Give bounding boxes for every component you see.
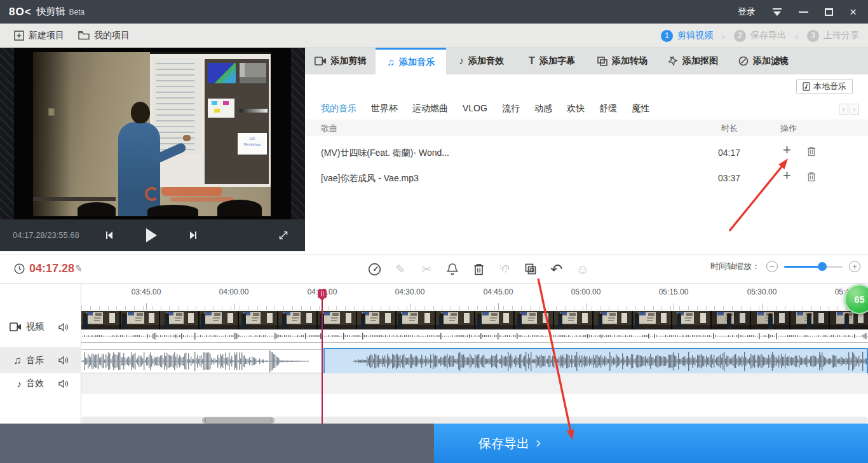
undo-icon[interactable]: ↶ bbox=[550, 261, 564, 277]
sfx-track-empty[interactable] bbox=[81, 373, 868, 394]
add-song-button[interactable]: + bbox=[783, 167, 791, 184]
login-button[interactable]: 登录 bbox=[738, 6, 756, 18]
tab-add-subtitle[interactable]: T 添加字幕 bbox=[517, 48, 587, 74]
timeline-scrollbar-thumb[interactable] bbox=[202, 417, 275, 424]
transition-icon bbox=[597, 57, 607, 66]
minimize-button[interactable] bbox=[799, 11, 808, 13]
category-vlog[interactable]: VLOG bbox=[463, 103, 487, 114]
music-clip-2-selected[interactable] bbox=[323, 348, 868, 375]
category-world-cup[interactable]: 世界杯 bbox=[371, 103, 398, 114]
unlink-icon[interactable] bbox=[498, 261, 512, 277]
zoom-out-icon[interactable]: − bbox=[766, 261, 778, 272]
bell-marker-icon[interactable] bbox=[445, 261, 459, 277]
workflow-steps: 1 剪辑视频 › 2 保存导出 › 3 上传分享 bbox=[661, 24, 859, 48]
tab-add-clip[interactable]: 添加剪辑 bbox=[305, 48, 376, 74]
edit-pencil-icon[interactable]: ✎ bbox=[393, 261, 407, 277]
song-name: [vae]你若成风 - Vae.mp3 bbox=[321, 173, 419, 184]
music-note-icon: ♫ bbox=[0, 355, 22, 366]
keying-icon bbox=[668, 56, 678, 66]
video-content: UGWorkshop bbox=[33, 52, 271, 216]
category-magic[interactable]: 魔性 bbox=[632, 103, 649, 114]
song-name: (MV)廿四味(Feat. 衛蘭)- Wond... bbox=[321, 148, 449, 159]
my-projects-button[interactable]: 我的项目 bbox=[78, 30, 130, 41]
add-song-button[interactable]: + bbox=[783, 142, 791, 158]
pager-next-icon[interactable]: › bbox=[850, 104, 859, 115]
local-music-button[interactable]: 本地音乐 bbox=[796, 79, 853, 94]
timeline-ruler[interactable]: 03:45.00 04:00.00 04:15.00 04:30.00 04:4… bbox=[81, 284, 868, 310]
tab-add-filter[interactable]: 添加滤镜 bbox=[728, 48, 799, 74]
mute-video-icon[interactable] bbox=[58, 322, 69, 332]
category-pop[interactable]: 流行 bbox=[502, 103, 520, 114]
next-frame-button[interactable] bbox=[184, 227, 202, 244]
category-sport[interactable]: 运动燃曲 bbox=[412, 103, 448, 114]
music-track-label: ♫ 音乐 bbox=[0, 347, 81, 373]
music-note-icon: ♫ bbox=[387, 57, 395, 67]
asset-panel: 添加剪辑 ♫ 添加音乐 ♪ 添加音效 T 添加字幕 添加转场 添加抠图 bbox=[305, 48, 868, 254]
tab-add-transition[interactable]: 添加转场 bbox=[587, 48, 658, 74]
trash-icon bbox=[807, 146, 816, 156]
ruler-label: 04:30.00 bbox=[395, 287, 425, 296]
subtitle-icon: T bbox=[529, 56, 535, 66]
chevron-right-icon: › bbox=[536, 435, 541, 450]
clock-icon bbox=[14, 263, 25, 274]
track-labels-column: 视频 ♫ 音乐 ♪ 音效 bbox=[0, 284, 81, 424]
category-dynamic[interactable]: 动感 bbox=[534, 103, 552, 114]
current-time: 04:17.28 bbox=[29, 262, 74, 275]
music-clip-1[interactable] bbox=[81, 349, 322, 373]
trash-icon bbox=[807, 172, 816, 182]
camera-icon bbox=[0, 322, 22, 331]
mute-sfx-icon[interactable] bbox=[58, 379, 69, 389]
asset-tabs: 添加剪辑 ♫ 添加音乐 ♪ 添加音效 T 添加字幕 添加转场 添加抠图 bbox=[305, 48, 868, 74]
previous-frame-button[interactable] bbox=[100, 227, 118, 244]
playhead-handle[interactable] bbox=[318, 289, 327, 302]
video-track-clip[interactable] bbox=[81, 311, 868, 329]
duplicate-copy-icon[interactable] bbox=[524, 261, 538, 277]
step-save-export[interactable]: 2 保存导出 bbox=[734, 30, 786, 42]
step-edit-video[interactable]: 1 剪辑视频 bbox=[661, 30, 713, 42]
song-duration: 03:37 bbox=[718, 173, 740, 183]
delete-song-button[interactable] bbox=[807, 172, 816, 182]
zoom-slider-thumb[interactable] bbox=[818, 262, 827, 271]
fullscreen-icon[interactable] bbox=[275, 227, 292, 244]
category-cheerful[interactable]: 欢快 bbox=[567, 103, 585, 114]
step-upload-share[interactable]: 3 上传分享 bbox=[807, 30, 859, 42]
ruler-label: 05:15.00 bbox=[659, 287, 689, 296]
mute-music-icon[interactable] bbox=[58, 356, 69, 365]
zoom-label: 时间轴缩放： bbox=[710, 261, 760, 272]
edit-tools: ✎ ✂ ↶ ☺ bbox=[367, 261, 590, 277]
folder-icon bbox=[78, 31, 90, 40]
tab-add-sfx[interactable]: ♪ 添加音效 bbox=[446, 48, 517, 74]
close-button[interactable]: × bbox=[850, 6, 857, 18]
titlebar: 8O< 快剪辑 Beta 登录 × bbox=[0, 0, 868, 24]
step-separator: › bbox=[795, 31, 798, 41]
ruler-label: 04:45.00 bbox=[484, 287, 513, 296]
tab-add-music[interactable]: ♫ 添加音乐 bbox=[376, 48, 446, 74]
play-button[interactable] bbox=[142, 227, 160, 244]
song-row[interactable]: (MV)廿四味(Feat. 衛蘭)- Wond... 04:17 + bbox=[305, 140, 868, 165]
category-my-music[interactable]: 我的音乐 bbox=[321, 103, 356, 114]
cut-scissors-icon[interactable]: ✂ bbox=[419, 261, 433, 277]
zoom-in-icon[interactable]: + bbox=[849, 261, 860, 272]
sticker-smiley-icon[interactable]: ☺ bbox=[576, 261, 590, 277]
edit-time-icon[interactable]: ✎ bbox=[74, 263, 83, 274]
save-export-button[interactable]: 保存导出 › bbox=[434, 424, 868, 463]
tab-add-keying[interactable]: 添加抠图 bbox=[658, 48, 728, 74]
video-track-audio-strip[interactable] bbox=[81, 329, 868, 343]
maximize-button[interactable] bbox=[825, 8, 833, 16]
footer-left-slab bbox=[0, 424, 434, 463]
song-table-header: 歌曲 时长 操作 bbox=[305, 120, 868, 136]
pager-prev-icon[interactable]: ‹ bbox=[839, 104, 848, 115]
zoom-slider[interactable] bbox=[784, 261, 843, 272]
playhead-line[interactable] bbox=[322, 289, 323, 424]
sfx-note-icon: ♪ bbox=[0, 379, 22, 389]
playback-timecode: 04:17.28/23:55.68 bbox=[13, 230, 79, 240]
app-title: 快剪辑 bbox=[37, 6, 65, 18]
speedometer-icon[interactable] bbox=[367, 261, 381, 277]
category-soothing[interactable]: 舒缓 bbox=[599, 103, 617, 114]
step-separator: › bbox=[722, 31, 725, 41]
main-menu-icon[interactable] bbox=[772, 8, 782, 16]
delete-trash-icon[interactable] bbox=[471, 261, 485, 277]
new-project-button[interactable]: 新建项目 bbox=[14, 30, 64, 41]
song-row[interactable]: [vae]你若成风 - Vae.mp3 03:37 + bbox=[305, 165, 868, 191]
delete-song-button[interactable] bbox=[807, 146, 816, 156]
